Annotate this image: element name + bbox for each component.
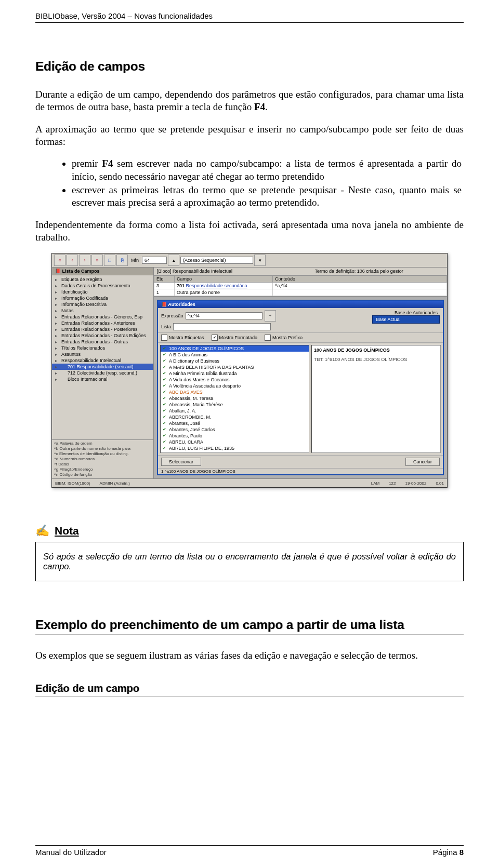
nav-first-button[interactable]: « bbox=[54, 255, 65, 266]
chk-show-prefix[interactable]: Mostra Prefixo bbox=[265, 335, 303, 341]
text: Responsabilidade secundária bbox=[186, 283, 247, 288]
note-block: ✍ Nota Só após a selecção de um termo da… bbox=[35, 524, 464, 581]
term-row[interactable]: ABC DAS AVES bbox=[161, 389, 309, 395]
authorities-title: 📕 Autoridades bbox=[158, 301, 443, 308]
term-row[interactable]: A MAIS BELA HISTÓRIA DAS PLANTAS bbox=[161, 364, 309, 370]
action-button[interactable]: □ bbox=[104, 255, 115, 266]
tree-item[interactable]: Entradas Relacionadas - Outras Edições bbox=[52, 332, 153, 339]
term-row[interactable]: Abrantes, José bbox=[161, 420, 309, 426]
tree-item[interactable]: Etiqueta de Registo bbox=[52, 276, 153, 283]
nav-prev-button[interactable]: ‹ bbox=[67, 255, 78, 266]
db-selector[interactable]: Base de Autoridades Base Actual bbox=[372, 310, 440, 324]
select-button[interactable]: Seleccionar bbox=[161, 458, 201, 466]
mfn-step-button[interactable]: ▴ bbox=[168, 255, 179, 266]
note-line: ^b Outra parte do nome não tomada para bbox=[54, 446, 151, 451]
mfn-label: Mfn bbox=[131, 258, 139, 263]
cell: 1 bbox=[154, 289, 175, 296]
status-bar: BIBM: ISOM(1800) ADMIN (Admin.) LAM 122 … bbox=[52, 478, 447, 487]
tree-subitem[interactable]: 712 Colectividade (resp. secund.) bbox=[52, 370, 153, 376]
tree-item[interactable]: Entradas Relacionadas - Géneros, Esp bbox=[52, 314, 153, 320]
term-row[interactable]: ABREU, MANUELA bbox=[161, 451, 309, 453]
text: Mostra Prefixo bbox=[272, 335, 303, 340]
col-header: Campo bbox=[175, 276, 273, 283]
preview-title: 100 ANOS DE JOGOS OLÍMPICOS bbox=[314, 348, 438, 353]
cell bbox=[273, 289, 447, 296]
footer-rule bbox=[35, 845, 464, 846]
term-row[interactable]: ABREU, LUIS FILIPE DE, 1935 bbox=[161, 445, 309, 451]
status-cell: BIBM: ISOM(1800) bbox=[55, 481, 90, 486]
authorities-status: 1 ^a100 ANOS DE JOGOS OLÍMPICOS bbox=[158, 468, 443, 474]
tree-item[interactable]: Notas bbox=[52, 308, 153, 314]
term-row[interactable]: A B C dos Animais bbox=[161, 352, 309, 358]
term-row[interactable]: Abecassis, M. Teresa bbox=[161, 395, 309, 402]
text: Responsabilidade Intelectual bbox=[173, 269, 232, 274]
hand-icon: ✍ bbox=[35, 524, 49, 538]
term-row[interactable]: Abrantes, Paulo bbox=[161, 433, 309, 439]
note-label: Nota bbox=[55, 525, 79, 537]
term-preview: 100 ANOS DE JOGOS OLÍMPICOS TBT: 1^a100 … bbox=[311, 345, 441, 453]
text: Termo da definição: bbox=[315, 269, 357, 274]
col-header: Conteúdo bbox=[273, 276, 447, 283]
term-row[interactable]: A Minha Primeira Bíblia Ilustrada bbox=[161, 370, 309, 377]
term-row[interactable]: Aballan, J. A. bbox=[161, 408, 309, 414]
text: 106 criada pelo gestor bbox=[357, 269, 403, 274]
tree-item[interactable]: Informação Descritiva bbox=[52, 301, 153, 308]
term-row[interactable]: Abecassis, Maria Thérèse bbox=[161, 402, 309, 408]
tree-item[interactable]: Responsabilidade Intelectual bbox=[52, 357, 153, 364]
field-tree[interactable]: Etiqueta de RegistoDados Gerais de Proce… bbox=[52, 275, 153, 439]
term-row[interactable]: 100 ANOS DE JOGOS OLÍMPICOS bbox=[161, 345, 309, 352]
action-button[interactable]: ⎘ bbox=[116, 255, 128, 266]
key-f4: F4 bbox=[102, 158, 113, 169]
status-cell: 122 bbox=[389, 481, 396, 486]
bullet-list: premir F4 sem escrever nada no campo/sub… bbox=[35, 157, 464, 209]
text: . bbox=[265, 101, 268, 112]
cell: ^a,^f4 bbox=[273, 283, 447, 289]
preview-line: TBT: 1^a100 ANOS DE JOGOS OLÍMPICOS bbox=[314, 357, 438, 362]
term-row[interactable]: A Dictionary of Business bbox=[161, 358, 309, 364]
tree-item[interactable]: Informação Codificada bbox=[52, 295, 153, 301]
tree-item[interactable]: Assuntos bbox=[52, 351, 153, 357]
nav-next-button[interactable]: › bbox=[79, 255, 90, 266]
tree-item[interactable]: Títulos Relacionados bbox=[52, 345, 153, 351]
term-list[interactable]: 100 ANOS DE JOGOS OLÍMPICOSA B C dos Ani… bbox=[160, 345, 309, 453]
note-box: Só após a selecção de um termo da lista … bbox=[35, 542, 464, 581]
text: 701 bbox=[177, 283, 185, 288]
status-cell: 0.01 bbox=[436, 481, 444, 486]
cell: Outra parte do nome bbox=[175, 289, 273, 296]
chk-show-formatted[interactable]: Mostra Formatado bbox=[212, 335, 258, 341]
list-input[interactable] bbox=[173, 323, 271, 330]
term-row[interactable]: A Violência Associada ao desporto bbox=[161, 383, 309, 389]
term-row[interactable]: A Vida dos Mares e Oceanos bbox=[161, 377, 309, 383]
term-row[interactable]: ABREU, CLARA bbox=[161, 439, 309, 445]
screenshot: « ‹ › » □ ⎘ Mfn 64 ▴ (Acesso Sequencial)… bbox=[35, 253, 464, 488]
nav-last-button[interactable]: » bbox=[91, 255, 103, 266]
dropdown-button[interactable]: ▾ bbox=[254, 255, 266, 266]
tree-subitem[interactable]: 701 Responsabilidade (sec.aut) bbox=[52, 364, 153, 370]
status-cell: LAM bbox=[371, 481, 379, 486]
text: sem escrever nada no campo/subcampo: a l… bbox=[72, 158, 462, 181]
db-label: Base de Autoridades bbox=[372, 310, 440, 315]
cancel-button[interactable]: Cancelar bbox=[405, 458, 440, 466]
text: Mostra Etiquetas bbox=[169, 335, 204, 340]
tree-item[interactable]: Entradas Relacionadas - Anteriores bbox=[52, 320, 153, 326]
authorities-body: 100 ANOS DE JOGOS OLÍMPICOSA B C dos Ani… bbox=[158, 342, 443, 455]
mode-field: (Acesso Sequencial) bbox=[180, 257, 253, 264]
term-row[interactable]: Abrantes, José Carlos bbox=[161, 426, 309, 433]
tree-subitem[interactable]: Bloco Internacional bbox=[52, 376, 153, 382]
tree-item[interactable]: Entradas Relacionadas - Outras bbox=[52, 339, 153, 345]
tree-item[interactable]: Identificação bbox=[52, 289, 153, 295]
plus-button[interactable]: + bbox=[265, 310, 276, 322]
tree-item[interactable]: Entradas Relacionadas - Posteriores bbox=[52, 326, 153, 332]
mfn-field[interactable]: 64 bbox=[142, 257, 167, 264]
expression-input[interactable] bbox=[186, 312, 262, 319]
term-row[interactable]: ABERCROMBIE, M. bbox=[161, 414, 309, 420]
status-cell: 19-06-2002 bbox=[405, 481, 427, 486]
heading-edicao-campos: Edição de campos bbox=[35, 59, 464, 74]
record-header: [Bloco] Responsabilidade Intelectual Ter… bbox=[154, 268, 447, 275]
table-row[interactable]: 1 Outra parte do nome bbox=[154, 289, 447, 296]
tree-item[interactable]: Dados Gerais de Processamento bbox=[52, 283, 153, 289]
chk-show-labels[interactable]: Mostra Etiquetas bbox=[161, 335, 204, 341]
text: Página bbox=[433, 848, 459, 857]
table-row[interactable]: 3 701 Responsabilidade secundária ^a,^f4 bbox=[154, 283, 447, 289]
text: Mostra Formatado bbox=[219, 335, 258, 340]
